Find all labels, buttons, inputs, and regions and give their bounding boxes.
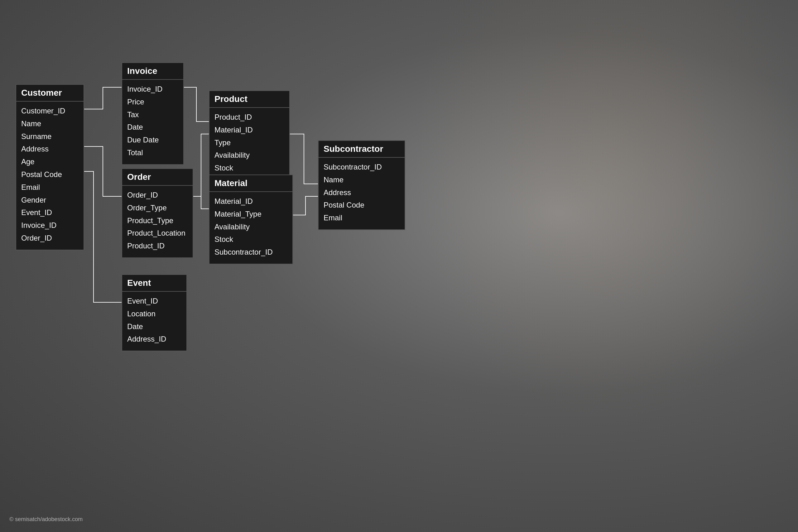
field: Email: [21, 181, 79, 194]
field: Date: [127, 121, 178, 134]
field: Product_ID: [127, 240, 188, 252]
field: Availability: [214, 149, 284, 162]
field: Name: [324, 174, 400, 186]
field: Product_Location: [127, 227, 188, 240]
table-material-body: Material_ID Material_Type Availability S…: [209, 192, 292, 264]
table-invoice-body: Invoice_ID Price Tax Date Due Date Total: [122, 80, 183, 164]
field: Order_ID: [21, 232, 79, 245]
table-customer: Customer Customer_ID Name Surname Addres…: [16, 84, 84, 250]
field: Total: [127, 147, 178, 159]
field: Material_ID: [214, 195, 287, 208]
field: Type: [214, 136, 284, 149]
table-subcontractor-header: Subcontractor: [319, 141, 405, 158]
table-order-header: Order: [122, 169, 193, 186]
field: Surname: [21, 130, 79, 143]
field: Address: [324, 186, 400, 199]
field: Address: [21, 143, 79, 155]
er-diagram: Customer Customer_ID Name Surname Addres…: [6, 37, 412, 474]
field: Date: [127, 320, 182, 333]
field: Availability: [214, 221, 287, 233]
table-customer-header: Customer: [16, 85, 83, 101]
field: Email: [324, 212, 400, 224]
table-customer-body: Customer_ID Name Surname Address Age Pos…: [16, 101, 83, 250]
table-invoice: Invoice Invoice_ID Price Tax Date Due Da…: [121, 62, 184, 165]
field: Product_Type: [127, 214, 188, 227]
field: Invoice_ID: [127, 83, 178, 96]
field: Invoice_ID: [21, 219, 79, 232]
field: Address_ID: [127, 333, 182, 346]
field: Customer_ID: [21, 105, 79, 117]
field: Postal Code: [324, 199, 400, 212]
table-material-header: Material: [209, 175, 292, 192]
field: Name: [21, 117, 79, 130]
field: Event_ID: [21, 206, 79, 219]
table-material: Material Material_ID Material_Type Avail…: [209, 174, 293, 264]
field: Age: [21, 155, 79, 168]
field: Postal Code: [21, 168, 79, 181]
field: Subcontractor_ID: [214, 246, 287, 259]
field: Stock: [214, 233, 287, 246]
field: Price: [127, 96, 178, 109]
copyright-text: © semisatch/adobestock.com: [10, 516, 82, 522]
field: Location: [127, 308, 182, 320]
field: Stock: [214, 162, 284, 174]
table-invoice-header: Invoice: [122, 63, 183, 80]
table-order-body: Order_ID Order_Type Product_Type Product…: [122, 186, 193, 258]
field: Gender: [21, 194, 79, 207]
table-order: Order Order_ID Order_Type Product_Type P…: [121, 168, 193, 258]
table-event-header: Event: [122, 275, 186, 292]
table-subcontractor-body: Subcontractor_ID Name Address Postal Cod…: [319, 158, 405, 229]
field: Product_ID: [214, 111, 284, 124]
field: Material_ID: [214, 124, 284, 136]
table-product-header: Product: [209, 91, 289, 108]
field: Subcontractor_ID: [324, 161, 400, 174]
table-event-body: Event_ID Location Date Address_ID: [122, 292, 186, 350]
field: Due Date: [127, 134, 178, 147]
field: Event_ID: [127, 295, 182, 308]
table-event: Event Event_ID Location Date Address_ID: [121, 274, 187, 351]
field: Tax: [127, 109, 178, 121]
table-subcontractor: Subcontractor Subcontractor_ID Name Addr…: [318, 140, 405, 230]
field: Order_ID: [127, 189, 188, 202]
field: Material_Type: [214, 208, 287, 221]
field: Order_Type: [127, 202, 188, 214]
